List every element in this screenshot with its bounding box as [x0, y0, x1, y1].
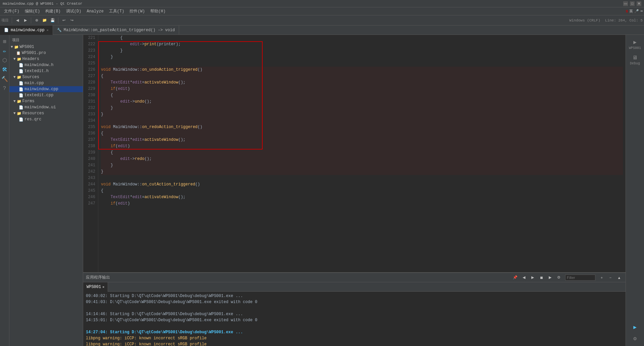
line-number: 233 — [85, 111, 95, 118]
toolbar-forward-btn[interactable]: ▶ — [22, 17, 29, 24]
output-content: 09:40:02: Starting D:\QT\qtCode\WPS001\D… — [83, 292, 626, 346]
line-number: 221 — [85, 35, 95, 41]
output-settings-btn[interactable]: ⚙ — [555, 274, 562, 281]
output-tab-close[interactable]: ✕ — [102, 285, 104, 289]
code-scroll[interactable]: 2212222232242252262272282292302312322332… — [83, 35, 626, 272]
debug-item-settings[interactable]: ⚙ — [632, 334, 638, 343]
toolbar-new-btn[interactable]: ⊕ — [33, 17, 40, 24]
output-pin-btn[interactable]: 📌 — [512, 274, 519, 281]
line-number: 228 — [85, 79, 95, 86]
line-number: 225 — [85, 60, 95, 67]
output-prev-btn[interactable]: ◀ — [520, 274, 528, 281]
lang-switch[interactable]: 英 — [629, 9, 633, 14]
sidebar-icon-debug[interactable]: 🛠 — [1, 66, 9, 74]
minimize-button[interactable]: — — [623, 1, 628, 6]
tree-item-wps001[interactable]: ▼ 📁 WPS001 — [9, 44, 83, 50]
tree-header-label: 项目 — [12, 38, 19, 43]
sidebar-icon-design[interactable]: ⬡ — [1, 56, 9, 64]
tree-label-textedit-cpp: textedit.cpp — [24, 93, 53, 98]
menu-help[interactable]: 帮助(H) — [148, 8, 168, 15]
folder-icon-headers: 📁 — [17, 57, 21, 61]
file-icon-main-cpp: 📄 — [19, 81, 23, 85]
tree-label-sources: Sources — [22, 75, 39, 79]
sidebar-icon-welcome[interactable]: ⊞ — [1, 38, 9, 46]
keyboard-icon[interactable]: ⌨ — [640, 9, 643, 13]
code-content[interactable]: { edit->print(printer); } } void MainWin… — [98, 35, 626, 207]
folder-icon-sources: 📁 — [17, 75, 21, 79]
tree-item-mainwindow-cpp[interactable]: 📄 mainwindow.cpp — [9, 86, 83, 92]
menu-controls[interactable]: 控件(W) — [127, 8, 148, 15]
tab-close-mainwindow[interactable]: ✕ — [47, 28, 49, 32]
menu-file[interactable]: 文件(F) — [1, 8, 22, 15]
debug-item-wps001[interactable]: ▶ WPS001 — [628, 38, 642, 51]
output-next-btn[interactable]: ▶ — [529, 274, 536, 281]
tree-label-mainwindow-cpp: mainwindow.cpp — [24, 87, 58, 92]
output-remove-btn[interactable]: − — [607, 274, 614, 281]
toolbar-save-btn[interactable]: 💾 — [49, 17, 56, 24]
tree-item-resources[interactable]: ▼ 📁 Resources — [9, 110, 83, 116]
line-number: 229 — [85, 86, 95, 92]
code-line: if(edit) — [101, 200, 623, 207]
tree-item-res-qrc[interactable]: 📄 res.qrc — [9, 116, 83, 122]
tree-item-textedit-h[interactable]: 📄 textedit.h — [9, 68, 83, 74]
toolbar-redo-btn[interactable]: ↪ — [68, 17, 75, 24]
code-line: TextEdit*edit=activateWindow(); — [101, 194, 623, 200]
tree-item-headers[interactable]: ▼ 📁 Headers — [9, 56, 83, 62]
debug-label-wps001: WPS001 — [629, 46, 641, 50]
folder-arrow-sources: ▼ — [13, 75, 16, 79]
menu-tools[interactable]: 工具(T) — [106, 8, 127, 15]
file-icon-textedit-cpp: 📄 — [19, 93, 23, 98]
settings-icon: ⚙ — [633, 335, 637, 342]
tab-func-icon: 🔧 — [57, 28, 62, 32]
code-line: void MainWindow::on_undoAction_triggered… — [101, 67, 623, 73]
output-collapse-btn[interactable]: ▲ — [615, 274, 623, 281]
tree-item-textedit-cpp[interactable]: 📄 textedit.cpp — [9, 92, 83, 98]
menu-debug[interactable]: 调试(D) — [63, 8, 84, 15]
toolbar-open-btn[interactable]: 📁 — [41, 17, 48, 24]
tab-function[interactable]: 🔧 MainWindow::on_pasteAction_triggered()… — [53, 25, 179, 35]
output-filter-input[interactable] — [567, 276, 594, 280]
tree-item-wps001-pro[interactable]: 📋 WPS001.pro — [9, 50, 83, 56]
wps-icon: S — [626, 9, 628, 13]
output-line: libpng warning: iCCP: known incorrect sR… — [86, 335, 623, 341]
file-tree: 项目 ▼ 📁 WPS001 📋 WPS001.pro ▼ 📁 Headers 📄… — [9, 35, 83, 346]
output-tab-wps001[interactable]: WPS001 ✕ — [83, 282, 108, 292]
tree-item-forms[interactable]: ▼ 📁 Forms — [9, 98, 83, 104]
tree-item-mainwindow-h[interactable]: 📄 mainwindow.h — [9, 62, 83, 68]
output-add-btn[interactable]: + — [598, 274, 605, 281]
tab-bar: 📄 mainwindow.cpp ✕ 🔧 MainWindow::on_past… — [0, 25, 644, 35]
folder-arrow-icon: ▼ — [11, 45, 13, 49]
code-line: if(edit) — [101, 86, 623, 92]
line-number: 245 — [85, 188, 95, 194]
folder-icon-resources: 📁 — [17, 111, 21, 116]
code-line: { — [101, 150, 623, 156]
menu-analyze[interactable]: Analyze — [84, 8, 106, 14]
sidebar-icon-project[interactable]: 🔨 — [1, 75, 9, 83]
tree-item-main-cpp[interactable]: 📄 main.cpp — [9, 80, 83, 86]
menu-build[interactable]: 构建(B) — [43, 8, 63, 15]
tab-mainwindow-cpp[interactable]: 📄 mainwindow.cpp ✕ — [0, 25, 53, 35]
line-number: 226 — [85, 67, 95, 73]
output-panel: 应用程序输出 📌 ◀ ▶ ⏹ ▶ ⚙ + − ▲ WPS001 ✕ — [83, 272, 626, 346]
output-run-btn[interactable]: ▶ — [546, 274, 554, 281]
code-line — [101, 118, 623, 124]
sidebar-icon-edit[interactable]: ✏ — [1, 47, 9, 55]
debug-item-play[interactable]: ▶ — [632, 323, 638, 332]
sidebar-left: ⊞ ✏ ⬡ 🛠 🔨 ? — [0, 35, 9, 346]
toolbar-back-btn[interactable]: ◀ — [14, 17, 21, 24]
mic-icon[interactable]: 🎤 — [634, 9, 639, 13]
tree-item-sources[interactable]: ▼ 📁 Sources — [9, 74, 83, 80]
code-line: edit->print(printer); — [101, 41, 623, 48]
output-line: 14:14:46: Starting D:\QT\qtCode\WPS001\D… — [86, 311, 623, 317]
output-line: 14:27:04: Starting D:\QT\qtCode\WPS001\D… — [86, 329, 623, 335]
line-number: 231 — [85, 99, 95, 105]
tree-item-mainwindow-ui[interactable]: 📄 mainwindow.ui — [9, 104, 83, 110]
sidebar-icon-help[interactable]: ? — [1, 84, 9, 93]
maximize-button[interactable]: □ — [630, 1, 635, 6]
toolbar-undo-btn[interactable]: ↩ — [60, 17, 67, 24]
debug-item-debug[interactable]: 🖥 Debug — [629, 53, 641, 67]
menu-edit[interactable]: 编辑(E) — [22, 8, 43, 15]
output-stop-btn[interactable]: ⏹ — [538, 274, 545, 281]
close-button[interactable]: ✕ — [637, 1, 641, 6]
code-line: } — [101, 54, 623, 60]
